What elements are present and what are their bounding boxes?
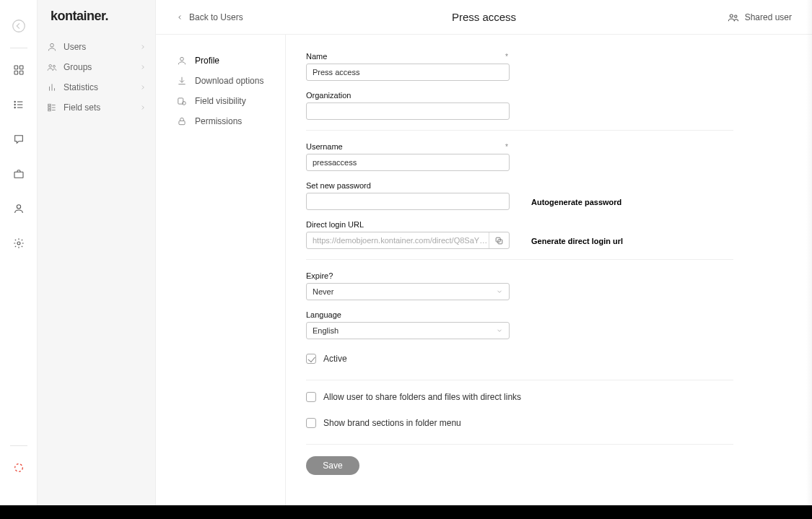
active-label: Active [323, 354, 347, 364]
direct-url-label: Direct login URL [306, 220, 364, 229]
svg-point-0 [12, 20, 25, 32]
sidebar-item-statistics[interactable]: Statistics [38, 77, 155, 97]
back-link-label: Back to Users [189, 12, 243, 22]
chevron-down-icon [496, 288, 503, 295]
active-checkbox[interactable] [306, 354, 316, 364]
copy-icon [494, 236, 504, 245]
gear-icon[interactable] [10, 235, 27, 252]
bar-chart-icon [46, 82, 58, 93]
collapse-icon[interactable] [10, 17, 27, 35]
divider [306, 444, 733, 445]
password-input[interactable] [306, 193, 510, 210]
expire-select[interactable]: Never [306, 283, 510, 300]
svg-point-7 [14, 104, 15, 105]
user-icon [46, 41, 58, 53]
name-label: Name [306, 52, 327, 61]
language-label: Language [306, 310, 341, 319]
required-marker: * [505, 53, 510, 61]
username-input[interactable] [306, 154, 510, 171]
chevron-down-icon [496, 327, 503, 334]
tab-label: Permissions [195, 116, 242, 126]
page-title: Press access [156, 11, 812, 23]
svg-point-12 [17, 205, 20, 209]
svg-point-29 [180, 57, 184, 61]
tab-label: Profile [195, 56, 219, 66]
required-marker: * [505, 143, 510, 151]
list-icon[interactable] [10, 96, 27, 113]
svg-rect-11 [14, 172, 23, 178]
svg-rect-4 [19, 71, 23, 74]
svg-rect-22 [48, 107, 51, 108]
user-type-badge: Shared user [728, 12, 792, 23]
sidebar-item-users[interactable]: Users [38, 37, 155, 57]
svg-rect-3 [14, 71, 18, 74]
divider [306, 380, 733, 380]
tab-permissions[interactable]: Permissions [156, 111, 285, 131]
chat-icon[interactable] [10, 131, 27, 148]
dashboard-icon[interactable] [10, 61, 27, 79]
expire-label: Expire? [306, 271, 333, 280]
organization-input[interactable] [306, 103, 510, 120]
icon-rail [0, 0, 38, 505]
briefcase-icon[interactable] [10, 165, 27, 183]
name-input[interactable] [306, 64, 510, 81]
autogenerate-password-link[interactable]: Autogenerate password [531, 198, 621, 210]
download-icon [176, 75, 188, 87]
username-label: Username [306, 142, 343, 151]
svg-point-15 [51, 43, 54, 47]
profile-tabs: Profile Download options Field visibilit… [156, 35, 286, 505]
chevron-right-icon [139, 104, 147, 111]
user-icon [176, 55, 188, 66]
lock-icon [176, 115, 188, 127]
tab-label: Download options [195, 76, 263, 86]
sidebar-item-groups[interactable]: Groups [38, 57, 155, 77]
list-icon [46, 102, 58, 113]
save-button[interactable]: Save [306, 456, 359, 475]
password-label: Set new password [306, 181, 371, 190]
admin-sidebar: kontainer. Users Groups Statistics Field… [38, 0, 156, 505]
svg-point-13 [17, 242, 20, 245]
eye-icon [176, 95, 188, 107]
chevron-right-icon [139, 43, 147, 51]
active-checkbox-row[interactable]: Active [306, 354, 739, 364]
chevron-right-icon [139, 64, 147, 71]
chevron-left-icon [176, 14, 183, 21]
svg-point-14 [14, 464, 22, 472]
help-icon[interactable] [10, 459, 27, 476]
generate-url-link[interactable]: Generate direct login url [531, 237, 623, 249]
allow-share-label: Allow user to share folders and files wi… [323, 392, 521, 402]
sidebar-item-label: Groups [64, 62, 139, 72]
direct-url-field: https://demobjoern.kontainer.com/direct/… [306, 232, 510, 249]
svg-point-28 [734, 15, 736, 17]
app-logo: kontainer. [38, 9, 155, 37]
svg-point-5 [14, 101, 15, 102]
tab-field-visibility[interactable]: Field visibility [156, 91, 285, 111]
back-link[interactable]: Back to Users [176, 12, 243, 22]
tab-profile[interactable]: Profile [156, 51, 285, 71]
divider [306, 259, 733, 260]
svg-rect-1 [14, 66, 18, 69]
users-icon [46, 61, 58, 73]
window-bottom-bar [0, 505, 812, 519]
sidebar-item-label: Statistics [64, 82, 139, 92]
profile-form: Name * Organization Username * Set new p… [286, 35, 812, 505]
user-icon[interactable] [10, 200, 27, 217]
language-select[interactable]: English [306, 322, 510, 339]
copy-url-button[interactable] [489, 232, 509, 248]
svg-point-31 [183, 102, 186, 105]
allow-share-checkbox-row[interactable]: Allow user to share folders and files wi… [306, 392, 739, 402]
sidebar-item-fieldsets[interactable]: Field sets [38, 97, 155, 118]
user-type-label: Shared user [745, 12, 792, 22]
chevron-right-icon [139, 84, 147, 91]
tab-label: Field visibility [195, 96, 246, 106]
topbar: Back to Users Press access Shared user [156, 0, 812, 35]
brand-sections-checkbox[interactable] [306, 418, 316, 428]
language-value: English [313, 326, 339, 335]
sidebar-item-label: Field sets [64, 103, 139, 113]
brand-sections-checkbox-row[interactable]: Show brand sections in folder menu [306, 418, 739, 428]
allow-share-checkbox[interactable] [306, 392, 316, 402]
svg-point-16 [49, 65, 52, 68]
tab-download-options[interactable]: Download options [156, 71, 285, 91]
organization-label: Organization [306, 91, 351, 100]
svg-rect-32 [179, 121, 185, 124]
